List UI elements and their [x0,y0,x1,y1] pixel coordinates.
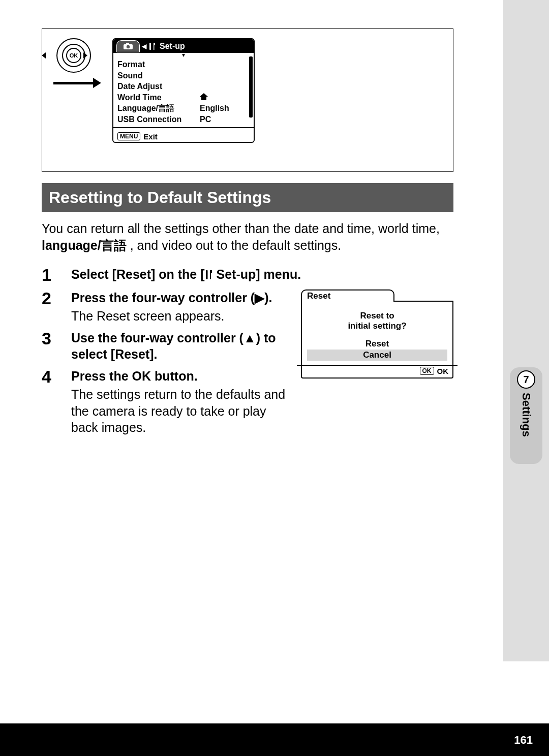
section-heading: Resetting to Default Settings [42,183,453,212]
scrollbar-icon [249,56,253,118]
intro-paragraph: You can return all the settings other th… [42,220,453,253]
svg-rect-3 [149,43,151,50]
step-4: 4 Press the OK button. The settings retu… [42,368,291,436]
step-1: 1 Select [Reset] on the [ Set-up] menu. [42,266,453,284]
step-2-4-block: 2 Press the four-way controller (▶). The… [42,289,453,436]
home-icon [200,92,208,103]
usb-value: PC [200,114,211,125]
arrow-right-icon [53,78,101,88]
tools-icon [148,42,157,50]
reset-question-2: initial setting? [307,321,447,331]
content-area: OK ◀ [42,28,453,441]
setup-menu-screen: ◀ Set-up ▾ Format Sound Date Adjust [112,38,255,143]
four-way-controller-diagram: OK [53,38,101,88]
menu-item-world-time: World Time [117,92,250,103]
scroll-down-icon: ▾ [113,53,254,58]
page-number: 161 [514,734,533,747]
svg-rect-4 [206,270,208,279]
chapter-number: 7 [517,370,535,389]
tools-icon [205,270,213,280]
ok-label: OK [437,367,449,375]
reset-tab-label: Reset [301,289,394,302]
ok-badge: OK [420,367,434,375]
menu-tab-bar: ◀ Set-up [113,39,254,53]
reset-option-cancel: Cancel [307,350,447,361]
step-4-heading: Press the OK button. [71,368,291,385]
menu-item-format: Format [117,59,250,70]
setup-tab-title: Set-up [160,42,185,51]
step-3: 3 Use the four-way controller (▲) to sel… [42,330,291,363]
ok-button-label: OK [66,48,81,63]
figure-setup-menu: OK ◀ [42,28,453,172]
step-2: 2 Press the four-way controller (▶). The… [42,289,291,325]
chapter-tab: 7 Settings [510,367,542,464]
menu-item-sound: Sound [117,70,250,81]
page-footer: 161 [0,723,549,756]
chapter-label: Settings [520,393,533,437]
step-1-heading: Select [Reset] on the [ Set-up] menu. [71,266,453,283]
step-2-heading: Press the four-way controller (▶). [71,289,291,306]
menu-exit-row: MENU Exit [113,131,254,142]
language-value: English [200,103,229,114]
step-3-heading: Use the four-way controller (▲) to selec… [71,330,291,363]
reset-ok-row: OK OK [302,367,452,377]
exit-label: Exit [143,132,158,141]
reset-question-1: Reset to [307,311,447,321]
triangle-left-icon: ◀ [142,43,146,50]
svg-point-2 [127,45,130,48]
step-4-desc: The settings return to the defaults and … [71,386,291,436]
reset-screen: Reset Reset to initial setting? Reset Ca… [301,289,453,379]
step-2-desc: The Reset screen appears. [71,308,291,325]
menu-item-usb: USB Connection PC [117,114,250,125]
reset-option-reset: Reset [307,338,447,350]
right-margin-stripe [503,0,549,661]
page: 7 Settings 161 OK [0,0,549,756]
camera-tab-icon [116,40,140,52]
svg-rect-1 [126,43,129,45]
menu-item-language: Language/言語 English [117,103,250,114]
menu-badge: MENU [117,132,140,140]
menu-item-date-adjust: Date Adjust [117,81,250,92]
